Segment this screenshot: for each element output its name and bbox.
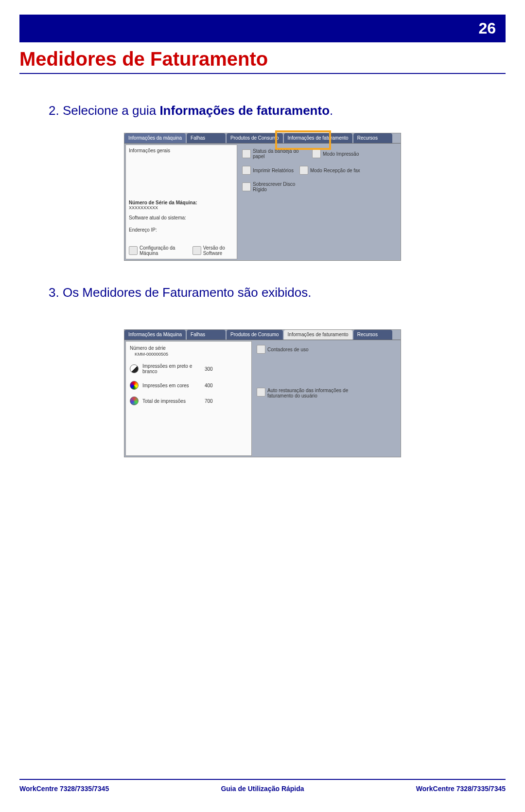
tab-billing-info[interactable]: Informações de faturamento: [284, 133, 352, 143]
machine-config-button[interactable]: Configuração da Máquina: [129, 245, 179, 256]
total-icon: [130, 397, 139, 405]
button-icon: [299, 166, 308, 175]
tray-status-button[interactable]: Status da bandeja do papel: [242, 148, 306, 159]
ip-label: Endereço IP:: [129, 227, 234, 233]
page-title: Medidores de Faturamento: [19, 48, 506, 70]
meter-color: Impressões em cores 400: [130, 381, 247, 390]
serial-label: Número de Série da Máquina:: [129, 200, 234, 205]
tabs-row-1: Informações da máquina Falhas Produtos d…: [124, 133, 401, 144]
tab-faults[interactable]: Falhas: [187, 133, 226, 143]
button-icon: [257, 388, 265, 397]
tab-machine-info[interactable]: Informações da Máquina: [124, 330, 186, 340]
tab-billing-info[interactable]: Informações de faturamento: [284, 330, 352, 340]
general-info-label: Informações gerais: [129, 148, 234, 153]
auto-reset-billing-label: Auto restauração das informações de fatu…: [267, 388, 355, 398]
button-icon: [242, 182, 251, 191]
step-2-prefix: 2. Selecione a guia: [49, 103, 159, 118]
screenshot-1: Informações da máquina Falhas Produtos d…: [124, 133, 401, 261]
button-icon: [129, 246, 138, 255]
meter-total: Total de impressões 700: [130, 397, 247, 405]
page-footer: WorkCentre 7328/7335/7345 Guia de Utiliz…: [19, 779, 506, 793]
meters-panel: Número de série KMM-000000505 Impressões…: [125, 341, 252, 456]
page-number: 26: [478, 19, 496, 37]
color-icon: [130, 381, 139, 390]
print-mode-button[interactable]: Modo Impressão: [312, 148, 359, 159]
footer-left: WorkCentre 7328/7335/7345: [19, 785, 109, 793]
overwrite-disk-button[interactable]: Sobrescrever Disco Rígido: [242, 181, 306, 192]
tab-supplies[interactable]: Produtos de Consumo: [227, 330, 283, 340]
tab-machine-info[interactable]: Informações da máquina: [124, 133, 186, 143]
meter-total-value: 700: [205, 398, 224, 404]
button-icon: [242, 166, 251, 175]
step-3: 3. Os Medidores de Faturamento são exibi…: [49, 285, 476, 300]
serial-label-2: Número de série: [130, 345, 247, 351]
step-2: 2. Selecione a guia Informações de fatur…: [49, 103, 476, 118]
footer-right: WorkCentre 7328/7335/7345: [416, 785, 506, 793]
fax-mode-label: Modo Recepção de fax: [310, 168, 360, 173]
print-reports-label: Imprimir Relatórios: [253, 168, 294, 173]
footer-center: Guia de Utilização Rápida: [221, 785, 304, 793]
billing-actions-col: Contadores de uso Auto restauração das i…: [253, 340, 401, 457]
button-icon: [192, 246, 201, 255]
step-2-bold: Informações de faturamento: [159, 103, 330, 118]
meter-bw-label: Impressões em preto e branco: [142, 363, 201, 374]
machine-config-label: Configuração da Máquina: [140, 245, 179, 256]
tray-status-label: Status da bandeja do papel: [253, 148, 306, 159]
actions-col: Status da bandeja do papel Modo Impressã…: [238, 144, 401, 260]
tab-supplies[interactable]: Produtos de Consumo: [227, 133, 283, 143]
usage-counters-label: Contadores de uso: [267, 347, 309, 352]
tabs-row-2: Informações da Máquina Falhas Produtos d…: [124, 330, 401, 340]
step-2-suffix: .: [330, 103, 333, 118]
print-reports-button[interactable]: Imprimir Relatórios: [242, 166, 294, 175]
button-icon: [242, 149, 251, 158]
meter-bw-value: 300: [205, 366, 224, 372]
usage-counters-button[interactable]: Contadores de uso: [257, 345, 397, 354]
meter-total-label: Total de impressões: [142, 398, 201, 404]
screenshot-2: Informações da Máquina Falhas Produtos d…: [124, 329, 401, 457]
serial-value: XXXXXXXXXX: [129, 205, 234, 210]
serial-value-2: KMM-000000505: [135, 352, 247, 357]
overwrite-disk-label: Sobrescrever Disco Rígido: [253, 181, 306, 192]
meter-color-label: Impressões em cores: [142, 383, 201, 388]
software-version-button[interactable]: Versão do Software: [192, 245, 234, 256]
meter-color-value: 400: [205, 383, 224, 388]
header-bar: 26: [19, 15, 506, 42]
software-version-label: Versão do Software: [203, 245, 234, 256]
button-icon: [257, 345, 265, 354]
bw-icon: [130, 364, 139, 373]
meter-bw: Impressões em preto e branco 300: [130, 363, 247, 374]
software-label: Software atual do sistema:: [129, 215, 234, 220]
auto-reset-billing-button[interactable]: Auto restauração das informações de fatu…: [257, 388, 397, 398]
tab-resources[interactable]: Recursos: [353, 330, 392, 340]
fax-mode-button[interactable]: Modo Recepção de fax: [299, 166, 360, 175]
print-mode-label: Modo Impressão: [323, 151, 359, 157]
button-icon: [312, 149, 321, 158]
tab-faults[interactable]: Falhas: [187, 330, 226, 340]
footer-rule: [19, 779, 506, 780]
machine-info-panel: Informações gerais Número de Série da Má…: [125, 144, 237, 259]
tab-resources[interactable]: Recursos: [353, 133, 392, 143]
